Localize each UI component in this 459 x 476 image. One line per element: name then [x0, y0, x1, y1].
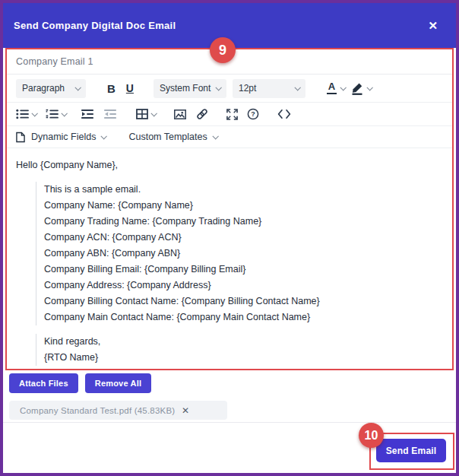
- font-size-select[interactable]: 12pt: [233, 79, 305, 98]
- attachment-file-name: Company Standard Test.pdf (45.83KB): [20, 406, 175, 415]
- dynamic-fields-label: Dynamic Fields: [31, 132, 96, 142]
- help-icon[interactable]: ?: [247, 108, 259, 120]
- body-line: Company Address: {Company Address}: [44, 278, 443, 294]
- annotation-step-9: 9: [210, 37, 236, 63]
- bold-button[interactable]: B: [107, 82, 116, 95]
- chevron-down-icon: [74, 84, 81, 90]
- chevron-down-icon: [212, 133, 218, 139]
- outdent-icon: [104, 109, 116, 119]
- link-icon[interactable]: [196, 108, 208, 120]
- underline-button[interactable]: U: [126, 82, 134, 94]
- text-color-glyph: A: [328, 82, 335, 91]
- modal-title: Send Company Digital Doc Email: [14, 20, 176, 31]
- dynamic-fields-menu[interactable]: Dynamic Fields: [16, 132, 106, 143]
- attachment-actions: Attach Files Remove All: [9, 373, 151, 393]
- editor-toolbar-row1: Paragraph B U System Font 12pt A: [7, 75, 452, 103]
- text-color-button[interactable]: A: [327, 82, 337, 94]
- body-line: This is a sample email.: [44, 182, 443, 198]
- body-closing-block: Kind regards, {RTO Name}: [36, 334, 443, 366]
- body-quote-block: This is a sample email. Company Name: {C…: [36, 182, 443, 325]
- paragraph-select[interactable]: Paragraph: [16, 79, 86, 98]
- unordered-list-icon[interactable]: [16, 109, 29, 119]
- remove-attachment-icon[interactable]: ✕: [182, 405, 189, 416]
- table-icon[interactable]: [136, 109, 148, 119]
- custom-templates-label: Custom Templates: [128, 132, 207, 142]
- paragraph-select-value: Paragraph: [22, 83, 65, 94]
- font-family-value: System Font: [160, 83, 211, 94]
- chevron-down-icon: [101, 133, 107, 139]
- email-body[interactable]: Hello {Company Name}, This is a sample e…: [7, 148, 452, 366]
- custom-templates-menu[interactable]: Custom Templates: [128, 132, 217, 142]
- subject-value: Company Email 1: [16, 56, 93, 67]
- highlight-color-button[interactable]: [351, 82, 363, 95]
- send-email-modal: Send Company Digital Doc Email ✕ Company…: [0, 0, 459, 476]
- font-family-select[interactable]: System Font: [154, 79, 226, 98]
- body-line: Company Billing Email: {Company Billing …: [44, 262, 443, 278]
- chevron-down-icon: [215, 84, 221, 90]
- chevron-down-icon: [294, 84, 300, 90]
- body-line: {RTO Name}: [44, 350, 443, 366]
- font-size-value: 12pt: [239, 83, 256, 94]
- body-line: Company Billing Contact Name: {Company B…: [44, 294, 443, 309]
- editor-toolbar-row3: Dynamic Fields Custom Templates: [7, 126, 452, 148]
- annotation-step-10-label: 10: [365, 429, 378, 443]
- body-line: Company ACN: {Company ACN}: [44, 230, 443, 246]
- footer-divider: [3, 422, 456, 423]
- svg-text:?: ?: [251, 110, 255, 118]
- body-line: Company ABN: {Company ABN}: [44, 246, 443, 262]
- body-greeting: Hello {Company Name},: [16, 157, 443, 173]
- editor-toolbar-row2: ?: [7, 103, 452, 126]
- annotation-step-9-label: 9: [219, 43, 226, 59]
- chevron-down-icon[interactable]: [340, 84, 346, 90]
- body-line: Company Main Contact Name: {Company Main…: [44, 309, 443, 325]
- chevron-down-icon[interactable]: [61, 110, 67, 116]
- attach-files-button[interactable]: Attach Files: [9, 373, 78, 393]
- chevron-down-icon[interactable]: [366, 84, 372, 90]
- document-icon: [16, 132, 25, 143]
- ordered-list-icon[interactable]: [46, 109, 59, 119]
- body-line: Company Name: {Company Name}: [44, 198, 443, 214]
- body-line: Company Trading Name: {Company Trading N…: [44, 214, 443, 230]
- chevron-down-icon[interactable]: [31, 110, 37, 116]
- annotation-box-editor: Company Email 1 Paragraph B U System Fon…: [5, 48, 454, 370]
- body-line: Kind regards,: [44, 334, 443, 350]
- fullscreen-icon[interactable]: [226, 109, 238, 120]
- send-email-button[interactable]: Send Email: [376, 439, 446, 462]
- remove-all-button[interactable]: Remove All: [85, 373, 152, 393]
- close-icon[interactable]: ✕: [428, 19, 438, 33]
- chevron-down-icon[interactable]: [150, 110, 157, 116]
- code-icon[interactable]: [277, 109, 291, 119]
- attachment-chip: Company Standard Test.pdf (45.83KB) ✕: [9, 401, 227, 420]
- indent-icon[interactable]: [81, 109, 93, 119]
- annotation-step-10: 10: [359, 423, 384, 448]
- image-icon[interactable]: [174, 109, 186, 119]
